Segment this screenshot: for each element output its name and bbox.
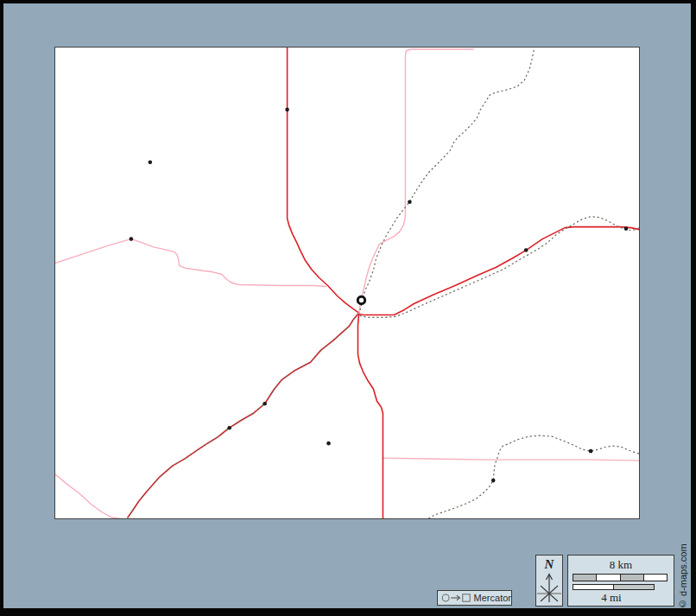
city-dot [263, 402, 267, 406]
city-dot [227, 426, 231, 430]
city-dot [326, 441, 331, 446]
projection-label: Mercator [474, 593, 511, 603]
scale-segment-km [644, 575, 667, 581]
circle-to-square-icon [441, 592, 471, 604]
minor-road [55, 239, 326, 287]
page: N 8 km 4 mi Mercator © d-maps.com [0, 0, 696, 616]
waterway [128, 314, 358, 518]
scale-segment-km [621, 575, 644, 581]
scale-mi-label: 4 mi [568, 591, 655, 604]
waterway [359, 50, 534, 313]
minor-road [358, 49, 473, 312]
waterway [359, 217, 639, 318]
scale-bar-km [573, 574, 668, 581]
scale-segment-mi [614, 585, 654, 589]
major-road [357, 314, 383, 518]
waterway [428, 435, 639, 518]
major-road [128, 314, 358, 518]
city-dot [491, 479, 496, 483]
map-canvas [55, 48, 639, 518]
north-arrow-panel: N [535, 555, 563, 606]
major-road [288, 48, 358, 312]
scale-segment-km [573, 575, 597, 581]
scale-segment-mi [573, 585, 614, 589]
major-road [358, 227, 639, 315]
scale-km-label: 8 km [568, 558, 674, 571]
copyright-text: © d-maps.com [675, 543, 690, 609]
city-dot [624, 226, 629, 231]
city-dot [149, 160, 153, 164]
compass-arrow-icon [536, 572, 562, 605]
projection-panel: Mercator [437, 590, 512, 606]
capital-city-marker [357, 296, 364, 303]
city-dot [408, 200, 412, 204]
scale-segment-km [597, 575, 620, 581]
minor-road [55, 474, 119, 518]
scale-bar-mi [573, 584, 655, 590]
map [54, 47, 640, 519]
city-dot [589, 449, 593, 454]
city-dot [285, 108, 289, 112]
scale-bar-panel: 8 km 4 mi [567, 555, 674, 606]
city-dot [524, 248, 528, 252]
north-label: N [536, 557, 562, 572]
city-dot [130, 237, 134, 241]
minor-road [383, 458, 639, 460]
